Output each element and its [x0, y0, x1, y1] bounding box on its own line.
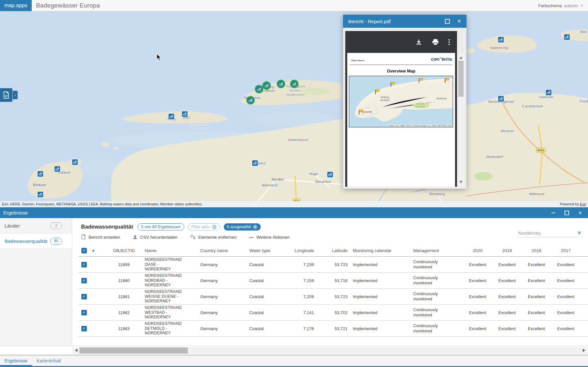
column-header-country-name[interactable]: Country name: [198, 248, 247, 253]
bathing-site-marker[interactable]: [498, 96, 504, 102]
row-checkbox[interactable]: ✓: [81, 326, 87, 331]
minimize-icon[interactable]: [551, 213, 555, 213]
pill-filter-aktiv[interactable]: Filter aktiv✕: [188, 223, 220, 231]
column-header-2018[interactable]: 2018: [522, 248, 551, 253]
scroll-down-icon[interactable]: [459, 181, 463, 185]
column-header-water-type[interactable]: Water type: [247, 248, 285, 253]
bathing-site-marker[interactable]: [55, 166, 60, 172]
map-place-label: Ostermarsch: [288, 138, 309, 142]
row-checkbox[interactable]: ✓: [81, 278, 87, 283]
table-row[interactable]: ✓11860NORDSEESTRAND NORDBAD - NORDERNEYG…: [78, 273, 588, 289]
bathing-site-marker[interactable]: [169, 114, 174, 119]
expand-dock-chevron-icon[interactable]: ›: [13, 91, 18, 99]
search-input[interactable]: Norderney ✕: [517, 229, 583, 237]
conterra-logo: conterra: [431, 56, 452, 62]
esri-link[interactable]: Esri: [580, 202, 586, 206]
bathing-site-marker[interactable]: [38, 192, 43, 197]
bathing-site-marker[interactable]: [564, 34, 570, 40]
maximize-icon[interactable]: [564, 211, 569, 215]
scrollbar-thumb[interactable]: [79, 347, 188, 354]
mapapps-logo[interactable]: map.apps: [0, 0, 32, 11]
scrollbar-thumb[interactable]: [458, 61, 464, 97]
bathing-site-marker-selected[interactable]: [262, 81, 271, 90]
row-select-cell[interactable]: ✓: [78, 326, 90, 331]
table-row[interactable]: ✓11861NORDSEESTRAND WEISSE DUENE - NORDE…: [78, 289, 588, 305]
bathing-site-marker[interactable]: [498, 37, 504, 42]
download-icon[interactable]: [415, 39, 422, 46]
select-all-checkbox[interactable]: ✓: [81, 248, 87, 253]
panel-titlebar[interactable]: Ergebnisse ✕: [0, 207, 588, 218]
select-all-cell[interactable]: ✓: [78, 248, 90, 253]
bathing-site-marker[interactable]: [72, 159, 78, 165]
column-header-monitoring-calendar[interactable]: Monitoring calendar: [350, 248, 411, 253]
column-header-management[interactable]: Management: [411, 248, 463, 253]
bathing-site-marker-selected[interactable]: [246, 96, 255, 104]
search-value[interactable]: Norderney: [518, 230, 541, 236]
row-checkbox[interactable]: ✓: [81, 310, 87, 315]
horizontal-scrollbar[interactable]: [0, 346, 588, 355]
action-elemente-entfernen[interactable]: Elemente entfernen: [190, 234, 237, 240]
header-menu-cell[interactable]: ▼: [90, 248, 105, 253]
table-row[interactable]: ✓11863NORDSEESTRAND DETMOLD - NORDERNEYG…: [78, 321, 588, 337]
close-icon[interactable]: ✕: [578, 210, 582, 215]
sidebar-item-badewasserqualität[interactable]: Badewasserqualität80: [0, 233, 72, 249]
row-select-cell[interactable]: ✓: [78, 262, 90, 267]
row-checkbox[interactable]: ✓: [81, 262, 87, 267]
bathing-site-marker[interactable]: [182, 111, 188, 117]
dismiss-icon[interactable]: ✕: [253, 225, 257, 229]
pdf-scrollbar[interactable]: [458, 53, 464, 187]
print-icon[interactable]: [432, 39, 439, 46]
column-header-name[interactable]: Name: [143, 248, 198, 253]
bathing-site-marker[interactable]: [38, 171, 43, 177]
theme-selector[interactable]: Farbschema autumn ▼: [538, 3, 583, 8]
column-header-longitude[interactable]: Longitude: [285, 248, 319, 253]
scrollbar-track[interactable]: [72, 347, 588, 354]
row-select-cell[interactable]: ✓: [78, 294, 90, 299]
action-weitere-aktionen[interactable]: •••Weitere Aktionen: [249, 235, 289, 240]
bathing-site-marker-selected[interactable]: [290, 80, 299, 88]
action-bericht-erstellen[interactable]: Bericht erstellen: [81, 234, 120, 240]
column-header-objectid[interactable]: OBJECTID: [105, 248, 143, 253]
maximize-icon[interactable]: [445, 19, 450, 24]
cell-name: NORDSEESTRAND WEISSE DUENE - NORDERNEY: [143, 289, 198, 304]
theme-value[interactable]: autumn: [564, 3, 578, 8]
powered-by-esri[interactable]: Powered by Esri: [560, 202, 586, 206]
scroll-right-icon[interactable]: [583, 349, 587, 352]
pill-5-ausgewählt[interactable]: 5 ausgewählt✕: [224, 223, 261, 231]
row-checkbox[interactable]: ✓: [81, 294, 87, 299]
swimmer-icon: [55, 167, 59, 171]
bathing-site-marker-selected[interactable]: [255, 85, 263, 93]
bathing-site-marker[interactable]: [327, 172, 333, 177]
action-csv-herunterladen[interactable]: CSV herunterladen: [133, 234, 178, 240]
map-tool-dock[interactable]: ›: [0, 88, 18, 102]
column-header-2020[interactable]: 2020: [463, 248, 492, 253]
bathing-site-marker-selected[interactable]: [277, 80, 285, 88]
chevron-down-icon[interactable]: ▼: [91, 249, 95, 253]
row-select-cell[interactable]: ✓: [78, 278, 90, 283]
pill-5-von-80-ergebnissen[interactable]: 5 von 80 Ergebnissen: [138, 223, 184, 231]
scroll-left-icon[interactable]: [74, 349, 77, 352]
sidebar-item-länder[interactable]: Länder2: [0, 218, 72, 233]
report-dialog[interactable]: Bericht - Report.pdf ✕ Object-Report con…: [343, 15, 466, 189]
cell-monitoring: Implemented: [350, 262, 411, 267]
bathing-site-marker[interactable]: [252, 160, 258, 166]
row-select-cell[interactable]: ✓: [78, 310, 90, 315]
close-icon[interactable]: ✕: [457, 18, 461, 24]
tab-ergebnisse[interactable]: Ergebnisse: [0, 355, 32, 366]
dismiss-icon[interactable]: ✕: [212, 225, 217, 229]
bathing-site-marker[interactable]: [546, 90, 551, 95]
dialog-titlebar[interactable]: Bericht - Report.pdf ✕: [343, 15, 466, 28]
clear-search-icon[interactable]: ✕: [577, 230, 581, 236]
scroll-up-icon[interactable]: [459, 55, 463, 59]
column-header-latitude[interactable]: Latitude: [319, 248, 350, 253]
table-row[interactable]: ✓11862NORDSEESTRAND WESTBAD - NORDERNEYG…: [78, 305, 588, 321]
chevron-down-icon[interactable]: ▼: [580, 4, 583, 7]
report-tool-button[interactable]: [0, 88, 12, 102]
column-header-2019[interactable]: 2019: [492, 248, 522, 253]
tab-karteninhalt[interactable]: Karteninhalt: [32, 355, 66, 366]
table-row[interactable]: ✓11859NORDSEESTRAND OASE - NORDERNEYGerm…: [78, 257, 588, 273]
map-canvas[interactable]: WanSpiekeroogHarlesielNeuharlingersielCa…: [0, 11, 588, 207]
column-header-2017[interactable]: 2017: [551, 248, 580, 253]
more-icon[interactable]: [449, 39, 450, 45]
theme-label: Farbschema: [538, 3, 562, 8]
